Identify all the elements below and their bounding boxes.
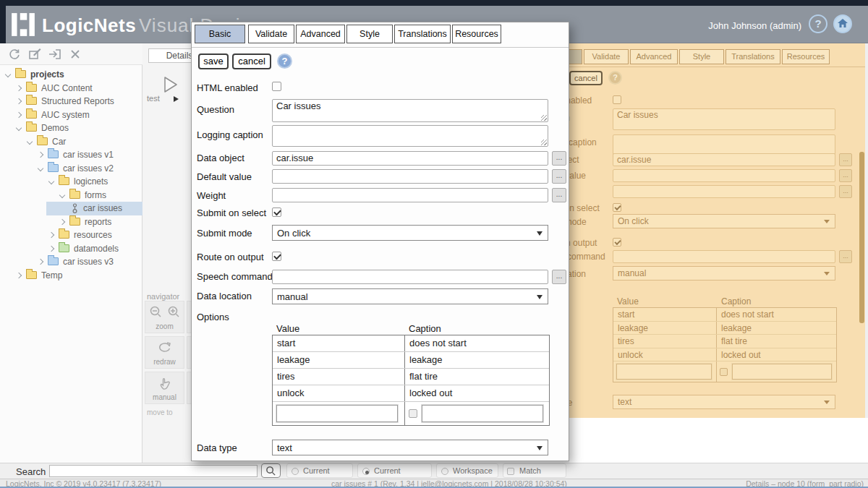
table-row[interactable]: startdoes not start <box>613 308 836 322</box>
bg-option-caption[interactable]: flat tire <box>717 335 836 348</box>
bg-option-value[interactable]: unlock <box>613 348 717 361</box>
option-caption[interactable]: locked out <box>405 385 549 401</box>
bg-data-location-select[interactable]: manual <box>613 266 835 281</box>
edit-icon[interactable] <box>27 47 42 61</box>
tree-item-car-issues-selected[interactable]: car issues <box>0 202 142 215</box>
option-caption[interactable]: flat tire <box>405 369 549 385</box>
option-value[interactable]: start <box>273 335 405 351</box>
option-caption[interactable]: leakage <box>405 352 549 368</box>
speech-command-browse-button[interactable]: ... <box>552 270 566 284</box>
bg-default-value-browse-button[interactable]: ... <box>839 169 852 182</box>
help-button[interactable]: ? <box>277 53 292 69</box>
weight-browse-button[interactable]: ... <box>552 188 566 202</box>
data-location-select[interactable]: manual <box>272 288 548 304</box>
scrollbar-thumb[interactable] <box>859 152 864 323</box>
option-value[interactable]: leakage <box>273 352 405 368</box>
chevron-right-icon[interactable] <box>48 245 54 251</box>
bg-data-type-select[interactable]: text <box>613 395 835 409</box>
table-row[interactable]: tiresflat tire <box>273 369 549 385</box>
chevron-down-icon[interactable] <box>27 138 33 144</box>
bg-weight-browse-button[interactable]: ... <box>839 185 852 198</box>
bg-tab-resources[interactable]: Resources <box>782 49 830 64</box>
table-row[interactable]: startdoes not start <box>273 335 549 352</box>
tab-resources[interactable]: Resources <box>452 25 501 43</box>
start-node-icon[interactable] <box>161 75 179 94</box>
tab-advanced[interactable]: Advanced <box>296 25 345 43</box>
new-option-caption-input[interactable] <box>422 405 543 422</box>
bg-submit-mode-select[interactable]: On click <box>613 214 835 228</box>
chevron-right-icon[interactable] <box>16 98 22 104</box>
tree-item-car-issues-v1[interactable]: car issues v1 <box>0 148 142 162</box>
bg-weight-field[interactable] <box>613 185 835 198</box>
tab-translations[interactable]: Translations <box>394 25 451 43</box>
bg-tab-advanced[interactable]: Advanced <box>630 49 678 64</box>
delete-icon[interactable] <box>68 47 82 61</box>
scope-current-view[interactable]: Current view <box>286 463 353 478</box>
table-row[interactable]: leakageleakage <box>613 322 836 335</box>
bg-option-caption[interactable]: leakage <box>717 322 836 335</box>
chevron-right-icon[interactable] <box>38 152 43 158</box>
tree-item-forms[interactable]: forms <box>0 189 142 202</box>
logging-caption-field[interactable] <box>272 125 548 147</box>
chevron-down-icon[interactable] <box>16 125 22 131</box>
chevron-down-icon[interactable] <box>59 192 65 197</box>
table-row[interactable]: unlocklocked out <box>273 385 549 402</box>
search-button[interactable] <box>261 463 281 478</box>
chevron-down-icon[interactable] <box>48 179 54 184</box>
tree-item-projects[interactable]: projects <box>0 68 142 82</box>
tree-item-resources[interactable]: resources <box>0 228 142 242</box>
chevron-right-icon[interactable] <box>38 259 43 265</box>
tab-validate[interactable]: Validate <box>248 25 294 43</box>
refresh-icon[interactable] <box>7 47 22 61</box>
option-caption[interactable]: does not start <box>405 335 549 351</box>
weight-field[interactable] <box>272 188 548 202</box>
bg-option-caption[interactable]: does not start <box>717 308 836 321</box>
radio-icon[interactable] <box>441 468 448 475</box>
bg-option-value[interactable]: start <box>613 308 717 321</box>
radio-icon[interactable] <box>292 468 299 475</box>
bg-question-field[interactable]: Car issues <box>613 108 835 130</box>
tab-style[interactable]: Style <box>346 25 393 43</box>
option-value[interactable]: tires <box>273 369 405 385</box>
table-row[interactable]: unlocklocked out <box>613 348 836 362</box>
scope-workspace[interactable]: Workspace <box>436 463 498 478</box>
tree-item-auc-system[interactable]: AUC system <box>0 108 142 122</box>
tab-basic[interactable]: Basic <box>195 25 245 43</box>
bg-tab-validate[interactable]: Validate <box>584 49 629 64</box>
default-value-field[interactable] <box>272 169 548 184</box>
chevron-down-icon[interactable] <box>38 165 43 171</box>
bg-default-value-field[interactable] <box>613 169 835 182</box>
chevron-right-icon[interactable] <box>16 272 22 278</box>
chevron-down-icon[interactable] <box>5 72 11 77</box>
submit-mode-select[interactable]: On click <box>272 225 548 241</box>
tree-item-temp[interactable]: Temp <box>0 269 142 283</box>
option-value[interactable]: unlock <box>273 385 405 401</box>
bg-new-option-caption-input[interactable] <box>732 364 832 380</box>
bg-route-on-output-checkbox[interactable] <box>613 238 621 247</box>
search-input[interactable] <box>49 465 258 477</box>
question-field[interactable]: Car issues <box>272 99 548 122</box>
new-option-value-input[interactable] <box>276 405 398 422</box>
data-object-field[interactable]: car.issue <box>272 151 548 166</box>
chevron-right-icon[interactable] <box>16 111 22 117</box>
checkbox-icon[interactable] <box>507 468 514 475</box>
speech-command-field[interactable] <box>272 270 548 284</box>
bg-cancel-button[interactable]: cancel <box>569 71 603 85</box>
zoom-tool-button[interactable]: zoom <box>145 301 184 333</box>
home-icon[interactable] <box>833 14 852 33</box>
tree-item-auc-content[interactable]: AUC Content <box>0 82 142 95</box>
open-icon[interactable] <box>48 47 62 61</box>
default-value-browse-button[interactable]: ... <box>552 169 566 184</box>
new-option-checkbox[interactable] <box>409 409 417 418</box>
tree-item-datamodels[interactable]: datamodels <box>0 242 142 256</box>
manual-button[interactable]: manual <box>145 372 184 404</box>
bg-tab-style[interactable]: Style <box>679 49 724 64</box>
data-type-select[interactable]: text <box>272 440 548 455</box>
help-icon[interactable]: ? <box>809 14 827 33</box>
radio-icon[interactable] <box>362 468 370 475</box>
chevron-right-icon[interactable] <box>48 232 54 238</box>
bg-option-value[interactable]: leakage <box>613 322 717 335</box>
bg-speech-command-field[interactable] <box>613 250 835 263</box>
bg-submit-on-select-checkbox[interactable] <box>613 203 621 212</box>
html-enabled-checkbox[interactable] <box>272 82 281 91</box>
